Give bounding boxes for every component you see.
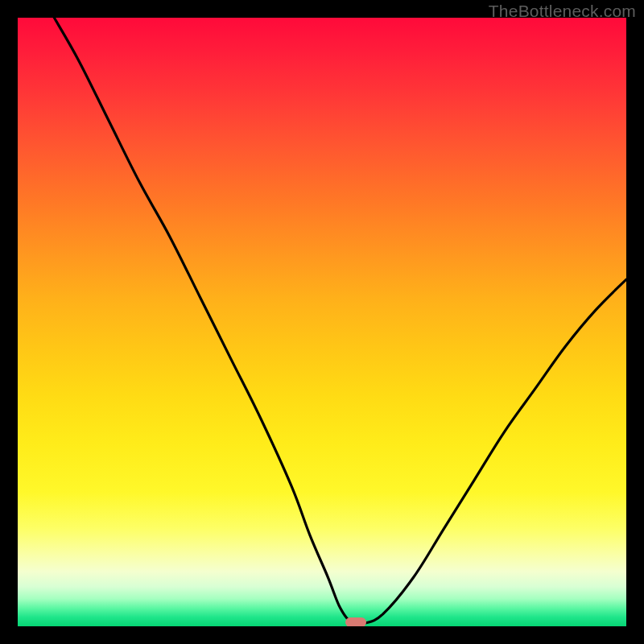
bottleneck-curve [18, 18, 626, 626]
optimal-balance-marker [345, 617, 366, 626]
watermark-text: TheBottleneck.com [489, 2, 636, 21]
plot-area [18, 18, 626, 626]
chart-frame: TheBottleneck.com [0, 0, 644, 644]
